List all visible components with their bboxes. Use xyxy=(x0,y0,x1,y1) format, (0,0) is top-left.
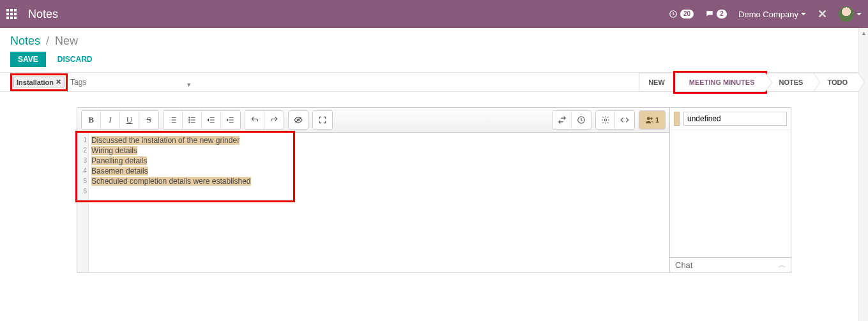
tag-stage-row: Installation ✕ ▼ NEW MEETING MINUTES NOT… xyxy=(0,73,868,92)
undo-button[interactable] xyxy=(245,111,264,129)
scroll-up-icon[interactable]: ▲ xyxy=(859,28,868,38)
breadcrumb: Notes / New xyxy=(10,34,858,48)
editor-sidebar: Chat ︿ xyxy=(669,108,791,272)
indent-button[interactable] xyxy=(221,111,240,129)
italic-button[interactable]: I xyxy=(101,111,120,129)
chevron-down-icon xyxy=(857,13,862,15)
author-color-swatch[interactable] xyxy=(674,112,680,126)
editor-content[interactable]: Discussed the instalation of the new gri… xyxy=(89,133,669,272)
outdent-button[interactable] xyxy=(202,111,221,129)
company-name: Demo Company xyxy=(738,10,798,19)
code-view-button[interactable] xyxy=(615,111,634,129)
company-switcher[interactable]: Demo Company xyxy=(738,10,806,19)
tag-remove-icon[interactable]: ✕ xyxy=(56,78,61,86)
activity-count-badge: 20 xyxy=(680,10,694,19)
collab-count: 1 xyxy=(655,116,659,124)
fullscreen-button[interactable] xyxy=(313,111,332,129)
collaborators-button[interactable]: 1 xyxy=(639,111,665,129)
editor-body[interactable]: 1 2 3 4 5 6 Discussed the instalation of… xyxy=(77,133,669,272)
svg-point-1 xyxy=(188,117,189,118)
bold-button[interactable]: B xyxy=(82,111,101,129)
stage-bar: NEW MEETING MINUTES NOTES TODO xyxy=(639,73,868,92)
activities-indicator[interactable]: 20 xyxy=(669,10,694,19)
clock-icon xyxy=(669,10,678,19)
close-icon[interactable]: ✕ xyxy=(818,7,827,21)
stage-meeting-minutes[interactable]: MEETING MINUTES xyxy=(675,73,765,92)
chat-icon xyxy=(705,10,714,19)
settings-button[interactable] xyxy=(596,111,615,129)
apps-icon[interactable] xyxy=(6,9,17,19)
ordered-list-button[interactable] xyxy=(164,111,183,129)
chevron-up-icon[interactable]: ︿ xyxy=(779,260,786,270)
note-line[interactable]: Wiring details xyxy=(91,146,137,155)
svg-point-3 xyxy=(188,122,189,123)
redo-button[interactable] xyxy=(264,111,284,129)
discard-button[interactable]: DISCARD xyxy=(52,52,98,67)
breadcrumb-root[interactable]: Notes xyxy=(10,34,40,47)
strikethrough-button[interactable]: S xyxy=(139,111,158,129)
visibility-button[interactable] xyxy=(289,111,308,129)
stage-notes[interactable]: NOTES xyxy=(765,73,814,92)
top-navbar: Notes 20 2 Demo Company ✕ xyxy=(0,0,868,28)
form-sheet: B I U S xyxy=(0,92,868,273)
tag-chip-installation[interactable]: Installation ✕ xyxy=(13,77,65,87)
line-gutter: 1 2 3 4 5 6 xyxy=(77,133,89,272)
tag-label: Installation xyxy=(17,78,54,86)
user-menu[interactable] xyxy=(839,6,862,22)
users-icon xyxy=(645,116,654,124)
editor-toolbar: B I U S xyxy=(77,108,669,133)
chat-label: Chat xyxy=(675,260,692,270)
note-line[interactable]: Panelling details xyxy=(91,156,147,165)
note-line[interactable]: Basemen details xyxy=(91,167,148,175)
chevron-down-icon xyxy=(801,13,806,15)
tags-dropdown-icon[interactable]: ▼ xyxy=(186,82,192,88)
note-line[interactable]: Scheduled completion details were establ… xyxy=(91,177,251,186)
save-button[interactable]: SAVE xyxy=(10,52,46,67)
history-button[interactable] xyxy=(572,111,591,129)
app-title[interactable]: Notes xyxy=(28,8,58,21)
control-panel: Notes / New SAVE DISCARD xyxy=(0,28,868,73)
breadcrumb-separator: / xyxy=(46,34,49,47)
svg-point-2 xyxy=(188,119,189,120)
note-line[interactable]: Discussed the instalation of the new gri… xyxy=(91,136,240,145)
svg-point-8 xyxy=(650,117,653,120)
tags-input[interactable] xyxy=(70,78,160,87)
stage-new[interactable]: NEW xyxy=(639,73,675,92)
svg-point-6 xyxy=(604,119,607,121)
page-scrollbar[interactable]: ▲ xyxy=(858,28,868,273)
author-name-input[interactable] xyxy=(683,112,787,126)
highlight-box-tag: Installation ✕ xyxy=(10,73,68,91)
chat-panel-header[interactable]: Chat ︿ xyxy=(670,257,791,272)
message-count-badge: 2 xyxy=(717,10,727,19)
svg-point-7 xyxy=(647,117,650,120)
breadcrumb-current: New xyxy=(55,34,78,47)
underline-button[interactable]: U xyxy=(120,111,139,129)
note-editor: B I U S xyxy=(77,107,791,273)
avatar xyxy=(839,6,854,22)
tags-field[interactable]: Installation ✕ xyxy=(13,77,65,87)
messaging-indicator[interactable]: 2 xyxy=(705,10,727,19)
import-export-button[interactable] xyxy=(552,111,572,129)
unordered-list-button[interactable] xyxy=(183,111,202,129)
